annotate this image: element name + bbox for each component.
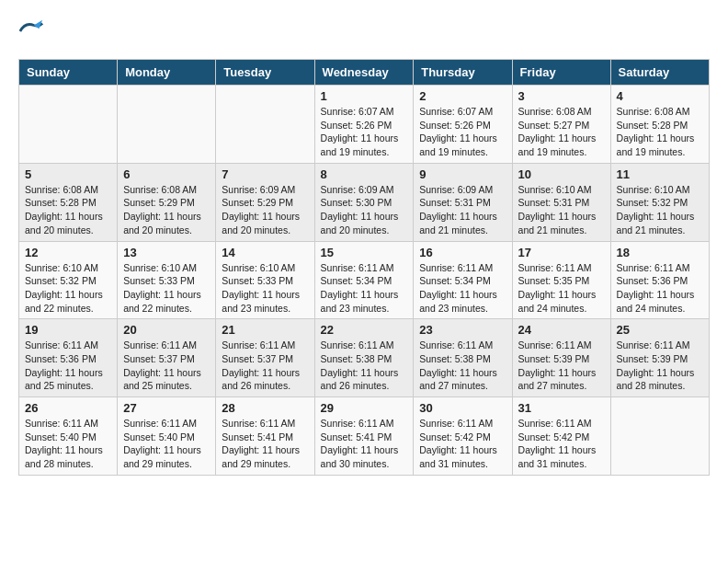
day-info: Sunrise: 6:09 AM Sunset: 5:31 PM Dayligh…: [419, 183, 506, 237]
day-number: 24: [518, 323, 605, 337]
calendar-cell: 9Sunrise: 6:09 AM Sunset: 5:31 PM Daylig…: [414, 163, 512, 241]
day-info: Sunrise: 6:11 AM Sunset: 5:34 PM Dayligh…: [419, 261, 506, 316]
day-info: Sunrise: 6:11 AM Sunset: 5:41 PM Dayligh…: [321, 417, 408, 471]
calendar-cell: 6Sunrise: 6:08 AM Sunset: 5:29 PM Daylig…: [118, 163, 216, 241]
weekday-row: SundayMondayTuesdayWednesdayThursdayFrid…: [19, 60, 710, 86]
day-number: 16: [419, 246, 506, 259]
day-info: Sunrise: 6:11 AM Sunset: 5:36 PM Dayligh…: [25, 339, 111, 393]
weekday-header-friday: Friday: [512, 60, 610, 86]
calendar-cell: 26Sunrise: 6:11 AM Sunset: 5:40 PM Dayli…: [19, 397, 118, 476]
calendar-cell: 27Sunrise: 6:11 AM Sunset: 5:40 PM Dayli…: [118, 397, 216, 476]
calendar-cell: 3Sunrise: 6:08 AM Sunset: 5:27 PM Daylig…: [512, 86, 610, 164]
day-number: 5: [25, 167, 111, 181]
weekday-header-monday: Monday: [118, 60, 216, 86]
day-number: 18: [617, 246, 703, 259]
day-number: 31: [518, 401, 605, 415]
day-number: 9: [419, 167, 506, 181]
weekday-header-thursday: Thursday: [414, 60, 512, 86]
calendar-cell: 8Sunrise: 6:09 AM Sunset: 5:30 PM Daylig…: [314, 163, 414, 241]
day-number: 30: [419, 401, 506, 415]
day-number: 6: [123, 167, 210, 181]
calendar-cell: 25Sunrise: 6:11 AM Sunset: 5:39 PM Dayli…: [610, 319, 709, 397]
day-info: Sunrise: 6:08 AM Sunset: 5:28 PM Dayligh…: [617, 105, 703, 159]
day-number: 3: [518, 89, 605, 103]
day-info: Sunrise: 6:10 AM Sunset: 5:32 PM Dayligh…: [25, 261, 111, 316]
day-info: Sunrise: 6:07 AM Sunset: 5:26 PM Dayligh…: [321, 105, 408, 159]
calendar-cell: 13Sunrise: 6:10 AM Sunset: 5:33 PM Dayli…: [118, 241, 216, 319]
day-info: Sunrise: 6:11 AM Sunset: 5:39 PM Dayligh…: [518, 339, 605, 393]
day-info: Sunrise: 6:11 AM Sunset: 5:42 PM Dayligh…: [518, 417, 605, 471]
day-info: Sunrise: 6:09 AM Sunset: 5:29 PM Dayligh…: [222, 183, 308, 237]
calendar-table: SundayMondayTuesdayWednesdayThursdayFrid…: [18, 59, 710, 476]
calendar-cell: 11Sunrise: 6:10 AM Sunset: 5:32 PM Dayli…: [610, 163, 709, 241]
day-info: Sunrise: 6:10 AM Sunset: 5:33 PM Dayligh…: [123, 261, 210, 316]
calendar-cell: [216, 86, 314, 164]
day-info: Sunrise: 6:11 AM Sunset: 5:42 PM Dayligh…: [419, 417, 506, 471]
day-number: 12: [25, 246, 111, 259]
day-info: Sunrise: 6:11 AM Sunset: 5:40 PM Dayligh…: [123, 417, 210, 471]
day-number: 26: [25, 401, 111, 415]
calendar-cell: 29Sunrise: 6:11 AM Sunset: 5:41 PM Dayli…: [314, 397, 414, 476]
calendar-cell: [19, 86, 118, 164]
day-info: Sunrise: 6:11 AM Sunset: 5:36 PM Dayligh…: [617, 261, 703, 316]
calendar-cell: 19Sunrise: 6:11 AM Sunset: 5:36 PM Dayli…: [19, 319, 118, 397]
calendar-cell: 30Sunrise: 6:11 AM Sunset: 5:42 PM Dayli…: [414, 397, 512, 476]
calendar-cell: 22Sunrise: 6:11 AM Sunset: 5:38 PM Dayli…: [314, 319, 414, 397]
calendar-cell: 24Sunrise: 6:11 AM Sunset: 5:39 PM Dayli…: [512, 319, 610, 397]
day-info: Sunrise: 6:11 AM Sunset: 5:34 PM Dayligh…: [321, 261, 408, 316]
calendar-cell: 12Sunrise: 6:10 AM Sunset: 5:32 PM Dayli…: [19, 241, 118, 319]
day-info: Sunrise: 6:11 AM Sunset: 5:40 PM Dayligh…: [25, 417, 111, 471]
calendar-cell: 1Sunrise: 6:07 AM Sunset: 5:26 PM Daylig…: [314, 86, 414, 164]
logo: [18, 18, 48, 44]
day-info: Sunrise: 6:11 AM Sunset: 5:35 PM Dayligh…: [518, 261, 605, 316]
day-info: Sunrise: 6:07 AM Sunset: 5:26 PM Dayligh…: [419, 105, 506, 159]
day-number: 29: [321, 401, 408, 415]
day-number: 14: [222, 246, 308, 259]
day-number: 1: [321, 89, 408, 103]
calendar-cell: 23Sunrise: 6:11 AM Sunset: 5:38 PM Dayli…: [414, 319, 512, 397]
day-number: 27: [123, 401, 210, 415]
day-number: 4: [617, 89, 703, 103]
day-info: Sunrise: 6:09 AM Sunset: 5:30 PM Dayligh…: [321, 183, 408, 237]
day-info: Sunrise: 6:10 AM Sunset: 5:32 PM Dayligh…: [617, 183, 703, 237]
calendar-cell: 21Sunrise: 6:11 AM Sunset: 5:37 PM Dayli…: [216, 319, 314, 397]
calendar-cell: 16Sunrise: 6:11 AM Sunset: 5:34 PM Dayli…: [414, 241, 512, 319]
calendar-cell: 17Sunrise: 6:11 AM Sunset: 5:35 PM Dayli…: [512, 241, 610, 319]
calendar-cell: 14Sunrise: 6:10 AM Sunset: 5:33 PM Dayli…: [216, 241, 314, 319]
day-number: 7: [222, 167, 308, 181]
weekday-header-sunday: Sunday: [19, 60, 118, 86]
calendar-cell: [118, 86, 216, 164]
weekday-header-tuesday: Tuesday: [216, 60, 314, 86]
day-info: Sunrise: 6:10 AM Sunset: 5:31 PM Dayligh…: [518, 183, 605, 237]
calendar-cell: 18Sunrise: 6:11 AM Sunset: 5:36 PM Dayli…: [610, 241, 709, 319]
weekday-header-wednesday: Wednesday: [314, 60, 414, 86]
calendar-body: 1Sunrise: 6:07 AM Sunset: 5:26 PM Daylig…: [19, 86, 710, 476]
calendar-cell: [610, 397, 709, 476]
day-info: Sunrise: 6:11 AM Sunset: 5:37 PM Dayligh…: [123, 339, 210, 393]
day-info: Sunrise: 6:11 AM Sunset: 5:38 PM Dayligh…: [419, 339, 506, 393]
day-info: Sunrise: 6:11 AM Sunset: 5:39 PM Dayligh…: [617, 339, 703, 393]
day-info: Sunrise: 6:08 AM Sunset: 5:27 PM Dayligh…: [518, 105, 605, 159]
day-number: 2: [419, 89, 506, 103]
day-info: Sunrise: 6:08 AM Sunset: 5:28 PM Dayligh…: [25, 183, 111, 237]
calendar-cell: 10Sunrise: 6:10 AM Sunset: 5:31 PM Dayli…: [512, 163, 610, 241]
day-number: 28: [222, 401, 308, 415]
day-info: Sunrise: 6:11 AM Sunset: 5:38 PM Dayligh…: [321, 339, 408, 393]
calendar-cell: 20Sunrise: 6:11 AM Sunset: 5:37 PM Dayli…: [118, 319, 216, 397]
day-number: 21: [222, 323, 308, 337]
day-info: Sunrise: 6:11 AM Sunset: 5:41 PM Dayligh…: [222, 417, 308, 471]
calendar-week-row: 5Sunrise: 6:08 AM Sunset: 5:28 PM Daylig…: [19, 163, 710, 241]
calendar-week-row: 19Sunrise: 6:11 AM Sunset: 5:36 PM Dayli…: [19, 319, 710, 397]
day-number: 8: [321, 167, 408, 181]
calendar-cell: 31Sunrise: 6:11 AM Sunset: 5:42 PM Dayli…: [512, 397, 610, 476]
day-number: 20: [123, 323, 210, 337]
calendar-cell: 2Sunrise: 6:07 AM Sunset: 5:26 PM Daylig…: [414, 86, 512, 164]
calendar-cell: 5Sunrise: 6:08 AM Sunset: 5:28 PM Daylig…: [19, 163, 118, 241]
calendar-week-row: 26Sunrise: 6:11 AM Sunset: 5:40 PM Dayli…: [19, 397, 710, 476]
day-number: 23: [419, 323, 506, 337]
day-number: 25: [617, 323, 703, 337]
day-info: Sunrise: 6:08 AM Sunset: 5:29 PM Dayligh…: [123, 183, 210, 237]
calendar-cell: 7Sunrise: 6:09 AM Sunset: 5:29 PM Daylig…: [216, 163, 314, 241]
day-number: 13: [123, 246, 210, 259]
day-number: 22: [321, 323, 408, 337]
